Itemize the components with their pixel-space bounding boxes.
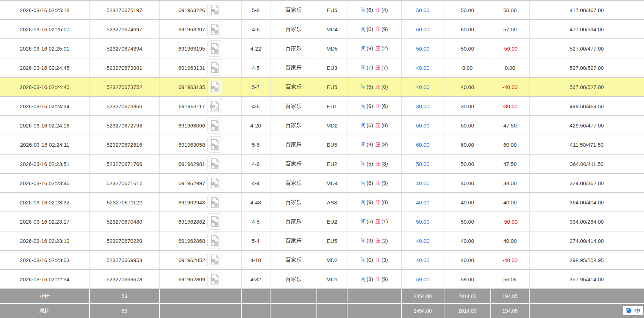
- cell-game-type: 百家乐: [270, 77, 317, 97]
- video-replay-button[interactable]: [207, 117, 222, 134]
- cell-balance: 499.50/469.50: [529, 97, 644, 116]
- cell-bet-amount[interactable]: 60.00: [401, 20, 444, 39]
- cell-bet-amount[interactable]: 50.00: [401, 212, 444, 231]
- cell-bet-amount[interactable]: 40.00: [401, 77, 444, 97]
- video-file-icon: [210, 197, 220, 208]
- banker-score: (8): [381, 141, 388, 147]
- cell-order-number: 523270670220: [89, 231, 159, 250]
- cell-game-result: 闲(7) 庄(7): [347, 58, 401, 77]
- table-row[interactable]: 2026-03-16 02:24:45 523270673981 6919631…: [0, 58, 644, 77]
- banker-score: (9): [381, 26, 388, 32]
- player-label: 闲: [361, 64, 366, 71]
- cell-bet-amount[interactable]: 40.00: [401, 173, 444, 193]
- cell-order-number: 523270670480: [89, 212, 159, 231]
- video-replay-button[interactable]: [207, 59, 222, 76]
- cell-game-result: 闲(9) 庄(8): [347, 135, 401, 154]
- cell-game-number: 691962997: [159, 173, 241, 193]
- subtotal-winloss: 194.05: [491, 289, 529, 303]
- cell-game-number: 691962868: [159, 231, 241, 250]
- table-row[interactable]: 2026-03-16 02:22:54 523270669678 6919628…: [0, 270, 644, 289]
- cell-bet-amount[interactable]: 59.00: [401, 270, 444, 289]
- cell-order-number: 523270673981: [89, 58, 159, 77]
- video-replay-button[interactable]: [207, 194, 222, 210]
- cell-valid-bet: 40.00: [444, 173, 491, 193]
- cell-bet-time: 2026-03-16 02:24:11: [0, 135, 89, 154]
- translate-widget[interactable]: 中: [623, 306, 643, 315]
- cell-bet-amount[interactable]: 40.00: [401, 250, 444, 270]
- cell-win-loss: 50.00: [491, 0, 529, 20]
- table-row[interactable]: 2026-03-16 02:23:32 523270671122 6919629…: [0, 193, 644, 212]
- cell-win-loss: 47.50: [491, 154, 529, 173]
- cell-bet-amount[interactable]: 50.00: [401, 154, 444, 173]
- table-row[interactable]: 2026-03-16 02:24:40 523270673752 6919631…: [0, 77, 644, 97]
- video-file-icon: [210, 216, 220, 227]
- video-replay-button[interactable]: [207, 175, 222, 191]
- table-row[interactable]: 2026-03-16 02:25:07 523270674697 6919632…: [0, 20, 644, 39]
- cell-bet-amount[interactable]: 30.00: [401, 97, 444, 116]
- table-row[interactable]: 2026-03-16 02:24:11 523270672616 6919630…: [0, 135, 644, 154]
- cell-balance: 324.00/362.00: [529, 173, 644, 193]
- table-row[interactable]: 2026-03-16 02:24:34 523270673360 6919631…: [0, 97, 644, 116]
- video-replay-button[interactable]: [207, 233, 222, 249]
- player-label: 闲: [361, 141, 366, 147]
- table-row[interactable]: 2026-03-16 02:23:10 523270670220 6919628…: [0, 231, 644, 250]
- total-label: 总计: [0, 303, 89, 318]
- player-score: (0): [367, 257, 373, 263]
- cell-bet-time: 2026-03-16 02:23:17: [0, 212, 89, 231]
- cell-bet-amount[interactable]: 60.00: [401, 135, 444, 154]
- banker-label: 庄: [375, 180, 381, 186]
- table-row[interactable]: 2026-03-16 02:23:03 523270669953 6919628…: [0, 250, 644, 270]
- cell-table-seat: 4-6: [241, 20, 270, 39]
- video-replay-button[interactable]: [207, 79, 222, 95]
- cell-valid-bet: 30.00: [444, 97, 491, 116]
- banker-label: 庄: [375, 122, 381, 128]
- video-replay-button[interactable]: [207, 21, 222, 37]
- cell-game-number: 691963117: [159, 97, 241, 116]
- video-file-icon: [210, 81, 220, 93]
- cell-bet-amount[interactable]: 50.00: [401, 116, 444, 135]
- game-number-text: 691962882: [178, 219, 205, 225]
- table-row[interactable]: 2026-03-16 02:23:17 523270670480 6919628…: [0, 212, 644, 231]
- player-label: 闲: [361, 276, 366, 282]
- banker-label: 庄: [375, 161, 381, 167]
- cell-bet-time: 2026-03-16 02:24:45: [0, 58, 89, 77]
- video-replay-button[interactable]: [207, 213, 222, 230]
- table-row[interactable]: 2026-03-16 02:25:01 523270674394 6919631…: [0, 39, 644, 58]
- cell-bet-amount[interactable]: 40.00: [401, 231, 444, 250]
- table-row[interactable]: 2026-03-16 02:24:16 523270672793 6919630…: [0, 116, 644, 135]
- video-file-icon: [210, 177, 220, 189]
- table-row[interactable]: 2026-03-16 02:23:46 523270671617 6919629…: [0, 173, 644, 193]
- table-row[interactable]: 2026-03-16 02:23:51 523270671766 6919629…: [0, 154, 644, 173]
- game-number-text: 691962809: [178, 276, 205, 282]
- cell-bet-amount[interactable]: 40.00: [401, 58, 444, 77]
- video-replay-button[interactable]: [207, 136, 222, 153]
- cell-table-code: EU3: [317, 58, 347, 77]
- cell-bet-amount[interactable]: 50.00: [401, 39, 444, 58]
- cell-order-number: 523270671617: [89, 173, 159, 193]
- total-bet: 2454.00: [401, 303, 444, 318]
- cell-bet-amount[interactable]: 50.00: [401, 0, 444, 20]
- banker-label: 庄: [375, 45, 381, 51]
- video-replay-button[interactable]: [207, 40, 222, 57]
- cell-valid-bet: 50.00: [444, 212, 491, 231]
- video-file-icon: [210, 120, 220, 131]
- subtotal-empty-result: [347, 289, 401, 303]
- cell-table-seat: 5-4: [241, 231, 270, 250]
- player-score: (9): [367, 199, 373, 205]
- cell-bet-amount[interactable]: 40.00: [401, 193, 444, 212]
- video-replay-button[interactable]: [207, 271, 222, 287]
- player-score: (6): [367, 180, 373, 186]
- video-replay-button[interactable]: [207, 156, 222, 172]
- cell-game-type: 百家乐: [270, 193, 317, 212]
- cell-win-loss: 60.00: [491, 135, 529, 154]
- video-replay-button[interactable]: [207, 98, 222, 114]
- banker-score: (4): [381, 7, 388, 13]
- table-row[interactable]: 2026-03-16 02:25:18 523270675197 6919632…: [0, 0, 644, 20]
- player-label: 闲: [361, 199, 366, 205]
- cell-balance: 298.95/258.95: [529, 250, 644, 270]
- cell-valid-bet: 40.00: [444, 250, 491, 270]
- video-replay-button[interactable]: [207, 252, 222, 268]
- video-replay-button[interactable]: [207, 2, 222, 18]
- cell-bet-time: 2026-03-16 02:23:03: [0, 250, 89, 270]
- cell-game-number: 691963058: [159, 135, 241, 154]
